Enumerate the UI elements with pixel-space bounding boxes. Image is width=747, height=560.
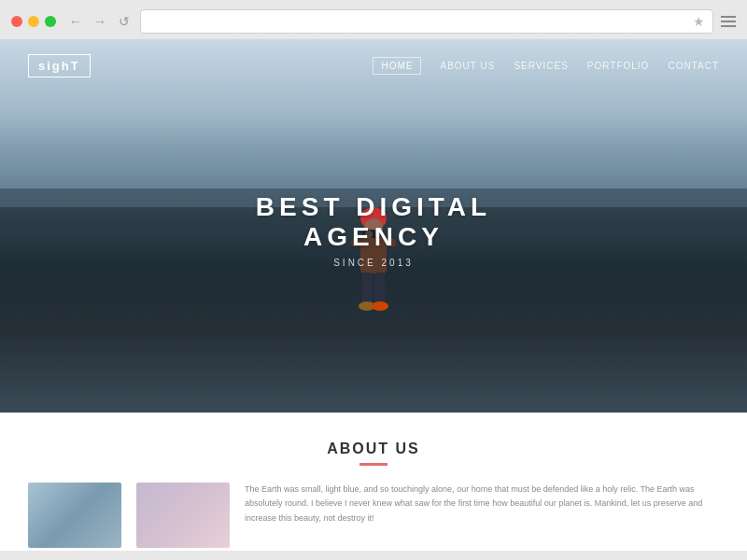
- back-button[interactable]: ←: [67, 13, 84, 30]
- about-content-block: The Earth was small, light blue, and so …: [0, 473, 747, 548]
- browser-dots: [11, 16, 56, 27]
- about-section: ABOUT US The Earth was small, light blue…: [0, 413, 747, 551]
- about-image-2: [136, 483, 230, 548]
- website-content: sighT HOME ABOUT US SERVICES PORTFOLIO C…: [0, 39, 747, 551]
- maximize-dot[interactable]: [45, 16, 56, 27]
- nav-portfolio[interactable]: PORTFOLIO: [587, 61, 650, 71]
- minimize-dot[interactable]: [28, 16, 39, 27]
- nav-services[interactable]: SERVICES: [514, 61, 568, 71]
- browser-nav-buttons: ← → ↺: [67, 13, 133, 30]
- about-header: ABOUT US: [0, 441, 747, 466]
- nav-home[interactable]: HOME: [373, 57, 421, 75]
- svg-point-10: [372, 301, 388, 311]
- hero-section: sighT HOME ABOUT US SERVICES PORTFOLIO C…: [0, 39, 747, 413]
- browser-chrome: ← → ↺ ★: [0, 0, 747, 39]
- svg-rect-7: [362, 273, 373, 305]
- forward-button[interactable]: →: [92, 13, 108, 30]
- nav-about[interactable]: ABOUT US: [440, 61, 495, 71]
- browser-menu-button[interactable]: [721, 16, 736, 27]
- hero-text-block: BEST DIGITAL AGENCY SINCE 2013: [187, 192, 560, 268]
- about-body-text: The Earth was small, light blue, and so …: [245, 483, 719, 548]
- nav-contact[interactable]: CONTACT: [668, 61, 719, 71]
- close-dot[interactable]: [11, 16, 22, 27]
- about-image-1: [28, 483, 121, 548]
- site-navigation: sighT HOME ABOUT US SERVICES PORTFOLIO C…: [0, 39, 747, 92]
- browser-titlebar: ← → ↺ ★: [0, 0, 747, 39]
- about-section-title: ABOUT US: [0, 441, 747, 457]
- svg-rect-8: [374, 273, 385, 305]
- hero-subtitle: SINCE 2013: [187, 258, 560, 268]
- refresh-button[interactable]: ↺: [116, 13, 133, 30]
- about-underline-decoration: [359, 463, 388, 466]
- address-bar[interactable]: ★: [140, 9, 713, 34]
- bookmark-icon[interactable]: ★: [693, 14, 705, 29]
- nav-links: HOME ABOUT US SERVICES PORTFOLIO CONTACT: [373, 57, 719, 75]
- hero-title: BEST DIGITAL AGENCY: [187, 192, 560, 252]
- site-logo: sighT: [28, 54, 91, 77]
